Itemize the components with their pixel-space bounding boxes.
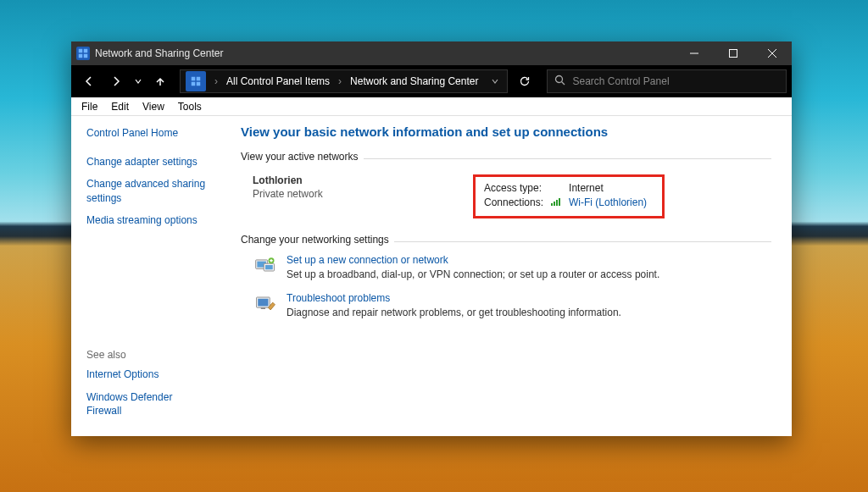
task-troubleshoot-link[interactable]: Troubleshoot problems: [287, 292, 621, 304]
task-new-connection-desc: Set up a broadband, dial-up, or VPN conn…: [287, 268, 659, 280]
access-type-value: Internet: [569, 182, 647, 194]
task-troubleshoot: Troubleshoot problems Diagnose and repai…: [253, 292, 771, 318]
svg-rect-10: [192, 82, 196, 86]
task-new-connection-link[interactable]: Set up a new connection or network: [287, 254, 659, 266]
svg-rect-15: [554, 202, 555, 206]
svg-rect-3: [84, 54, 88, 58]
navigation-toolbar: › All Control Panel Items › Network and …: [71, 65, 792, 97]
task-troubleshoot-desc: Diagnose and repair network problems, or…: [287, 307, 621, 318]
minimize-button[interactable]: [675, 41, 714, 65]
svg-rect-1: [84, 49, 88, 53]
svg-rect-5: [730, 50, 737, 58]
history-dropdown[interactable]: [131, 69, 146, 93]
maximize-button[interactable]: [714, 41, 753, 65]
highlight-box: Access type: Internet Connections: Wi-Fi…: [473, 174, 665, 218]
new-connection-icon: [253, 254, 278, 276]
troubleshoot-icon: [253, 292, 278, 314]
access-type-label: Access type:: [484, 182, 543, 194]
menu-edit[interactable]: Edit: [104, 97, 136, 115]
see-also-internet-options[interactable]: Internet Options: [86, 368, 210, 381]
window-title: Network and Sharing Center: [95, 47, 223, 59]
svg-line-13: [562, 82, 565, 86]
search-icon: [554, 75, 565, 88]
svg-rect-2: [79, 54, 83, 58]
task-new-connection: Set up a new connection or network Set u…: [253, 254, 771, 280]
app-icon: [76, 47, 90, 60]
svg-rect-21: [265, 265, 273, 269]
page-title: View your basic network information and …: [241, 124, 771, 139]
back-button[interactable]: [76, 69, 102, 93]
network-name: Lothlorien: [253, 174, 439, 186]
menu-tools[interactable]: Tools: [171, 97, 209, 115]
svg-point-12: [556, 76, 563, 83]
menubar: File Edit View Tools: [71, 97, 792, 116]
refresh-button[interactable]: [511, 75, 538, 87]
menu-file[interactable]: File: [75, 97, 104, 115]
svg-rect-16: [556, 200, 558, 206]
connections-label: Connections:: [484, 196, 543, 209]
breadcrumb-current[interactable]: Network and Sharing Center: [345, 70, 483, 92]
svg-rect-8: [192, 77, 196, 81]
svg-rect-24: [258, 299, 268, 307]
svg-rect-9: [197, 77, 201, 81]
titlebar: Network and Sharing Center: [71, 41, 792, 65]
task-list: Set up a new connection or network Set u…: [241, 254, 771, 318]
search-box[interactable]: [547, 69, 787, 93]
network-profile: Private network: [253, 188, 439, 200]
svg-rect-17: [559, 198, 560, 206]
active-network: Lothlorien Private network Access type: …: [241, 174, 771, 218]
sidebar-item-media[interactable]: Media streaming options: [86, 213, 210, 227]
svg-rect-25: [261, 307, 265, 309]
svg-rect-14: [551, 203, 553, 206]
sidebar-home[interactable]: Control Panel Home: [86, 126, 210, 140]
svg-rect-11: [197, 82, 201, 86]
chevron-right-icon[interactable]: ›: [335, 75, 345, 87]
connection-link[interactable]: Wi-Fi (Lothlorien): [569, 196, 647, 209]
forward-button[interactable]: [103, 69, 129, 93]
window-controls: [675, 41, 792, 65]
chevron-right-icon[interactable]: ›: [211, 75, 221, 87]
networking-settings-label: Change your networking settings: [241, 234, 389, 246]
breadcrumb-all-items[interactable]: All Control Panel Items: [221, 70, 335, 92]
see-also-firewall[interactable]: Windows Defender Firewall: [86, 390, 210, 417]
content-pane: View your basic network information and …: [224, 116, 792, 436]
up-button[interactable]: [147, 69, 173, 93]
sidebar: Control Panel Home Change adapter settin…: [71, 116, 224, 436]
sidebar-item-adapter[interactable]: Change adapter settings: [86, 155, 210, 169]
sidebar-item-sharing[interactable]: Change advanced sharing settings: [86, 177, 210, 204]
window-body: Control Panel Home Change adapter settin…: [71, 116, 792, 436]
active-networks-label: View your active networks: [241, 151, 359, 163]
wifi-signal-icon: [550, 196, 562, 209]
breadcrumb: › All Control Panel Items › Network and …: [180, 69, 508, 93]
window: Network and Sharing Center: [71, 41, 792, 436]
breadcrumb-dropdown[interactable]: [483, 77, 507, 86]
control-panel-icon[interactable]: [186, 71, 206, 91]
svg-rect-0: [79, 49, 83, 53]
search-input[interactable]: [572, 75, 779, 87]
menu-view[interactable]: View: [136, 97, 171, 115]
see-also-label: See also: [86, 349, 210, 361]
close-button[interactable]: [753, 41, 792, 65]
